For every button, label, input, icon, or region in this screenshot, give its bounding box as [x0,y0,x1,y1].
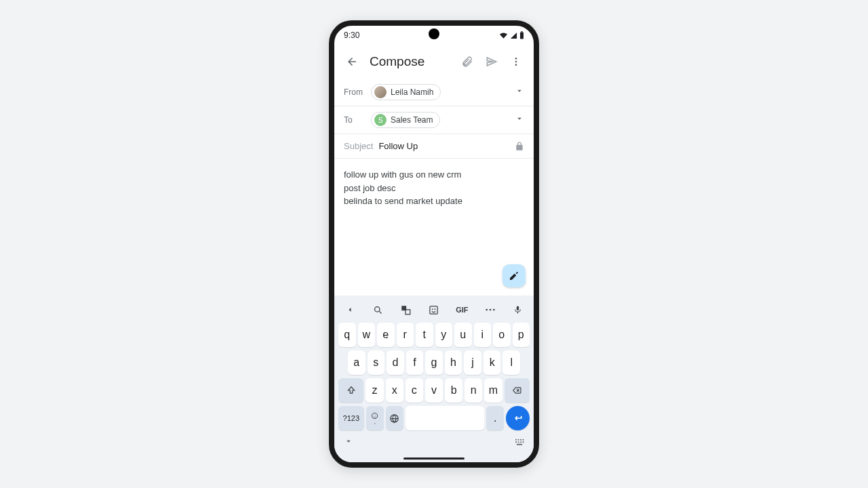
keyboard-toolbar: GIF [337,298,531,323]
key-g[interactable]: g [425,350,443,375]
body-line: follow up with gus on new crm [344,168,524,182]
body-line: belinda to send market update [344,195,524,208]
collapse-keyboard[interactable] [344,436,353,449]
from-chip[interactable]: Leila Namih [371,84,441,100]
avatar: S [374,114,387,126]
from-field[interactable]: From Leila Namih [334,79,534,106]
shift-key[interactable] [338,378,363,403]
keyboard-settings[interactable] [515,436,524,449]
emoji-key[interactable]: , [366,406,384,430]
key-s[interactable]: s [368,350,385,375]
key-r[interactable]: r [397,323,414,347]
key-d[interactable]: d [387,350,404,375]
svg-rect-20 [518,439,519,441]
key-v[interactable]: v [425,378,443,403]
svg-rect-0 [520,33,524,39]
back-button[interactable] [341,51,363,73]
backspace-key[interactable] [505,378,530,403]
keyboard: GIF qwertyuiop asdfghjkl zxcvbnm ?123 , [334,296,534,454]
page-title: Compose [370,54,450,69]
shift-icon [347,386,356,395]
key-t[interactable]: t [416,323,433,347]
enter-key[interactable] [506,406,530,430]
key-k[interactable]: k [484,350,501,375]
svg-point-17 [376,415,376,415]
key-a[interactable]: a [348,350,366,375]
kb-sticker[interactable] [425,301,443,319]
svg-point-13 [493,309,495,311]
key-x[interactable]: x [386,378,403,403]
svg-point-3 [515,61,517,63]
status-icons [499,31,524,39]
key-h[interactable]: h [445,350,462,375]
nav-pill[interactable] [403,458,465,460]
kb-mic[interactable] [509,301,527,319]
signal-icon [510,32,517,39]
status-bar: 9:30 [334,26,534,45]
magic-pen-icon [509,270,519,281]
expand-to[interactable] [515,114,524,126]
from-label: From [344,87,371,97]
paperclip-icon [461,56,473,68]
kb-row-1: qwertyuiop [337,323,531,347]
kb-more[interactable] [481,301,499,319]
ai-compose-button[interactable] [502,264,526,287]
svg-point-2 [515,58,517,60]
svg-rect-14 [517,306,519,311]
kb-row-4: ?123 , . [337,406,531,430]
key-q[interactable]: q [338,323,356,347]
kb-back[interactable] [341,301,359,319]
kb-search[interactable] [369,301,387,319]
kb-row-2: asdfghjkl [337,350,531,375]
send-icon [486,56,498,68]
period-key[interactable]: . [486,406,504,430]
phone-frame: 9:30 Compose From Leila Nami [329,20,539,468]
key-w[interactable]: w [358,323,376,347]
wifi-icon [499,32,508,39]
sticker-icon [429,305,439,315]
key-e[interactable]: e [377,323,395,347]
key-n[interactable]: n [465,378,482,403]
kb-bottom-bar [337,434,531,450]
svg-rect-26 [523,441,524,443]
body-line: post job desc [344,182,524,195]
key-z[interactable]: z [366,378,383,403]
kb-translate[interactable] [397,301,415,319]
key-i[interactable]: i [474,323,492,347]
svg-rect-27 [517,444,522,445]
send-button[interactable] [481,51,502,73]
key-f[interactable]: f [406,350,424,375]
battery-icon [519,31,524,39]
svg-rect-24 [518,441,519,443]
attach-button[interactable] [456,51,478,73]
camera-hole [429,28,439,39]
key-c[interactable]: c [406,378,423,403]
key-u[interactable]: u [454,323,472,347]
app-bar: Compose [334,45,534,79]
nav-bar [334,454,534,462]
key-l[interactable]: l [502,350,520,375]
kb-gif[interactable]: GIF [453,301,471,319]
backspace-icon [511,386,523,395]
expand-from[interactable] [515,86,524,98]
more-button[interactable] [505,51,527,73]
key-b[interactable]: b [445,378,462,403]
key-o[interactable]: o [493,323,511,347]
chevron-left-icon [346,306,354,314]
language-key[interactable] [386,406,403,430]
mic-icon [513,304,522,315]
key-j[interactable]: j [464,350,481,375]
to-chip[interactable]: S Sales Team [371,112,440,128]
compose-body[interactable]: follow up with gus on new crm post job d… [334,159,534,296]
to-field[interactable]: To S Sales Team [334,106,534,134]
subject-field[interactable]: Subject Follow Up [334,134,534,159]
svg-point-9 [432,308,433,310]
key-m[interactable]: m [484,378,502,403]
space-key[interactable] [406,406,484,430]
symbols-key[interactable]: ?123 [338,406,364,430]
key-p[interactable]: p [513,323,530,347]
subject-value: Follow Up [378,141,515,151]
key-y[interactable]: y [435,323,453,347]
svg-point-4 [515,64,517,66]
arrow-left-icon [346,56,358,68]
